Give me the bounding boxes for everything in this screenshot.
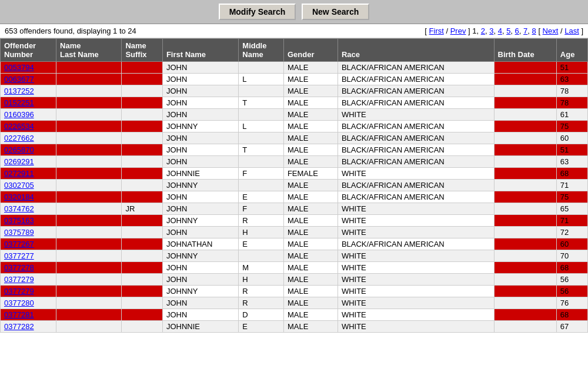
page-4-link[interactable]: 4 xyxy=(498,26,502,35)
table-row: 0137252JOHNMALEBLACK/AFRICAN AMERICAN78 xyxy=(1,85,588,97)
table-cell: 56 xyxy=(556,286,587,297)
table-header-row: OffenderNumber NameLast Name NameSuffix … xyxy=(1,39,588,62)
next-link[interactable]: Next xyxy=(543,26,559,35)
table-cell xyxy=(122,309,162,321)
table-cell: JOHN xyxy=(162,74,238,85)
table-cell: JOHN xyxy=(162,156,238,168)
offender-number-link[interactable]: 0377277 xyxy=(4,251,34,260)
offender-number-link[interactable]: 0377267 xyxy=(4,240,34,248)
table-cell: WHITE xyxy=(338,109,494,121)
offender-number-link[interactable]: 0227662 xyxy=(4,134,34,142)
table-cell: R xyxy=(239,297,284,309)
table-cell xyxy=(122,85,162,97)
table-cell: 61 xyxy=(556,109,587,121)
page-7-link[interactable]: 7 xyxy=(523,26,527,35)
offender-number-link[interactable]: 0226534 xyxy=(4,122,34,131)
table-row: 0374762JRJOHNFMALEWHITE65 xyxy=(1,203,588,215)
offender-number-link[interactable]: 0377282 xyxy=(4,322,34,331)
offender-number-link[interactable]: 0053794 xyxy=(4,63,34,72)
table-cell: MALE xyxy=(283,180,338,191)
table-cell: F xyxy=(239,203,284,215)
prev-link[interactable]: Prev xyxy=(450,26,466,35)
table-cell: MALE xyxy=(283,121,338,132)
offender-number-link[interactable]: 0272911 xyxy=(4,169,34,178)
table-cell xyxy=(122,227,162,238)
offender-number-link[interactable]: 0375789 xyxy=(4,228,34,237)
page-3-link[interactable]: 3 xyxy=(489,26,493,35)
table-cell: 56 xyxy=(556,274,587,286)
table-cell: L xyxy=(239,121,284,132)
table-cell: MALE xyxy=(283,85,338,97)
table-cell: M xyxy=(239,262,284,274)
offender-number-link[interactable]: 0152251 xyxy=(4,98,34,107)
offender-number-link[interactable]: 0160396 xyxy=(4,110,34,119)
offender-number-link[interactable]: 0377280 xyxy=(4,299,34,307)
table-cell xyxy=(56,321,122,333)
table-cell: 60 xyxy=(556,132,587,144)
offender-number-link[interactable]: 0137252 xyxy=(4,87,34,95)
table-cell xyxy=(122,121,162,132)
new-search-button[interactable]: New Search xyxy=(302,4,369,20)
table-cell: MALE xyxy=(283,144,338,156)
table-cell: MALE xyxy=(283,309,338,321)
table-cell: MALE xyxy=(283,227,338,238)
table-row: 0302705JOHNNYMALEBLACK/AFRICAN AMERICAN7… xyxy=(1,180,588,191)
table-cell xyxy=(494,238,556,250)
table-cell: JOHN xyxy=(162,227,238,238)
table-cell xyxy=(494,215,556,227)
table-cell: MALE xyxy=(283,97,338,109)
col-first-name: First Name xyxy=(162,39,238,62)
offender-number-link[interactable]: 0375163 xyxy=(4,216,34,225)
table-cell xyxy=(122,262,162,274)
offender-number-link[interactable]: 0377281 xyxy=(4,310,34,319)
first-link[interactable]: First xyxy=(429,26,444,35)
table-cell xyxy=(122,250,162,262)
table-cell: JOHNNY xyxy=(162,286,238,297)
offender-number-link[interactable]: 0377278 xyxy=(4,263,34,272)
offender-number-link[interactable]: 0302705 xyxy=(4,181,34,190)
offender-number-link[interactable]: 0377279 xyxy=(4,287,34,296)
table-cell xyxy=(56,262,122,274)
modify-search-button[interactable]: Modify Search xyxy=(219,4,296,20)
table-cell xyxy=(494,203,556,215)
col-gender: Gender xyxy=(283,39,338,62)
table-cell: 72 xyxy=(556,227,587,238)
offender-number-link[interactable]: 0265870 xyxy=(4,145,34,154)
page-8-link[interactable]: 8 xyxy=(532,26,536,35)
table-cell xyxy=(122,62,162,74)
offender-number-link[interactable]: 0374762 xyxy=(4,204,34,213)
table-cell xyxy=(494,191,556,203)
table-cell: BLACK/AFRICAN AMERICAN xyxy=(338,180,494,191)
table-row: 0377278JOHNMMALEWHITE68 xyxy=(1,262,588,274)
table-row: 0375789JOHNHMALEWHITE72 xyxy=(1,227,588,238)
page-6-link[interactable]: 6 xyxy=(515,26,519,35)
col-race: Race xyxy=(338,39,494,62)
table-cell: JOHN xyxy=(162,262,238,274)
table-cell xyxy=(494,62,556,74)
table-cell: 71 xyxy=(556,180,587,191)
table-cell xyxy=(56,297,122,309)
offender-number-link[interactable]: 0377279 xyxy=(4,275,34,284)
offender-number-link[interactable]: 0320184 xyxy=(4,193,34,201)
table-cell xyxy=(122,180,162,191)
table-cell: MALE xyxy=(283,250,338,262)
table-cell: WHITE xyxy=(338,168,494,180)
table-cell xyxy=(122,132,162,144)
table-cell: MALE xyxy=(283,132,338,144)
page-2-link[interactable]: 2 xyxy=(481,26,485,35)
table-cell xyxy=(494,109,556,121)
table-cell xyxy=(122,156,162,168)
offender-number-link[interactable]: 0063677 xyxy=(4,75,34,84)
table-cell xyxy=(122,321,162,333)
last-link[interactable]: Last xyxy=(564,26,579,35)
table-cell: 68 xyxy=(556,262,587,274)
table-cell xyxy=(122,286,162,297)
table-cell: WHITE xyxy=(338,227,494,238)
offender-number-link[interactable]: 0269291 xyxy=(4,157,34,166)
table-cell xyxy=(494,121,556,132)
table-cell: JOHN xyxy=(162,274,238,286)
page-5-link[interactable]: 5 xyxy=(506,26,510,35)
table-cell: JOHN xyxy=(162,144,238,156)
table-cell: BLACK/AFRICAN AMERICAN xyxy=(338,74,494,85)
table-cell: WHITE xyxy=(338,262,494,274)
